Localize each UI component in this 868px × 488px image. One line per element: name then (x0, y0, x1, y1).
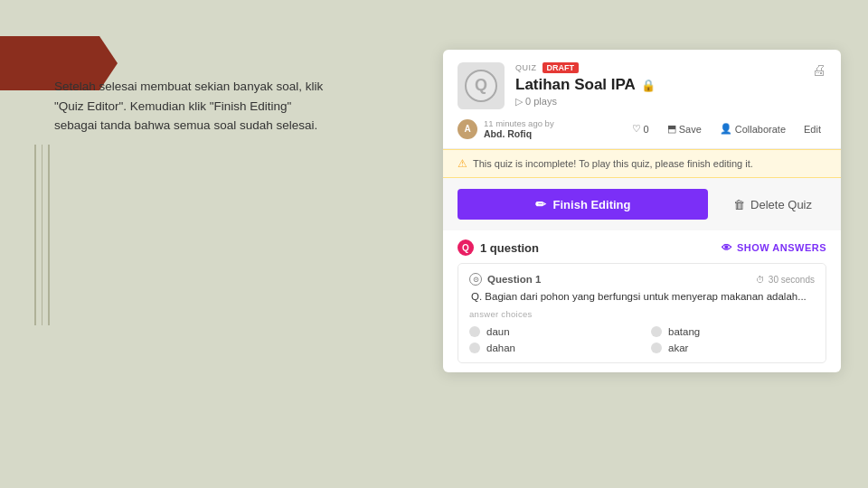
questions-section: Q 1 question 👁 SHOW ANSWERS ⊙ Question 1… (443, 230, 841, 372)
time-ago: 11 minutes ago by (484, 118, 554, 128)
save-button[interactable]: ⬒ Save (662, 120, 707, 137)
heart-button[interactable]: ♡ 0 (627, 120, 655, 137)
quiz-title: Latihan Soal IPA 🔒 (515, 76, 801, 94)
clock-icon: ⏱ (756, 275, 765, 285)
choice-dot (651, 343, 662, 353)
plays-count: ▷ 0 plays (515, 96, 801, 108)
decorative-lines (34, 145, 50, 325)
warning-text: This quiz is incomplete! To play this qu… (473, 158, 753, 169)
quiz-panel: Q QUIZ DRAFT Latihan Soal IPA 🔒 ▷ 0 play… (443, 50, 841, 372)
action-row: ✏ Finish Editing 🗑 Delete Quiz (443, 178, 841, 230)
action-buttons: ♡ 0 ⬒ Save 👤 Collaborate Edit (627, 120, 826, 137)
author-avatar: A (458, 119, 477, 139)
author-row: A 11 minutes ago by Abd. Rofiq (458, 118, 554, 139)
svg-text:Q: Q (475, 76, 487, 94)
eye-icon: 👁 (722, 242, 732, 253)
panel-header: Q QUIZ DRAFT Latihan Soal IPA 🔒 ▷ 0 play… (443, 50, 841, 149)
quiz-label: QUIZ (515, 63, 537, 72)
quiz-info: QUIZ DRAFT Latihan Soal IPA 🔒 ▷ 0 plays (515, 62, 801, 108)
author-name: Abd. Rofiq (484, 128, 554, 139)
choice-batang: batang (651, 326, 815, 337)
collaborate-button[interactable]: 👤 Collaborate (714, 120, 791, 137)
panel-meta-row: A 11 minutes ago by Abd. Rofiq ♡ 0 ⬒ Sav… (458, 118, 826, 139)
question-text: Q. Bagian dari pohon yang berfungsi untu… (469, 291, 815, 302)
choice-dahan: dahan (469, 343, 633, 353)
trash-icon: 🗑 (733, 198, 745, 211)
answer-choices-label: answer choices (469, 309, 815, 319)
quiz-thumbnail: Q (458, 62, 505, 109)
choice-akar: akar (651, 343, 815, 353)
question-icon: Q (458, 239, 474, 256)
question-title: ⊙ Question 1 (469, 273, 541, 286)
question-number-icon: ⊙ (469, 273, 482, 286)
choice-dot (469, 326, 480, 337)
draft-badge: DRAFT (542, 62, 580, 73)
save-icon: ⬒ (667, 123, 676, 135)
edit-pencil-icon: ✏ (535, 197, 546, 211)
heart-icon: ♡ (632, 123, 641, 135)
lock-icon: 🔒 (641, 79, 656, 92)
choice-dot (651, 326, 662, 337)
time-info: ⏱ 30 seconds (756, 275, 815, 285)
questions-count: Q 1 question (458, 239, 539, 256)
instruction-text: Setelah selesai membuat sekian banyak so… (54, 77, 335, 136)
finish-editing-button[interactable]: ✏ Finish Editing (458, 189, 708, 220)
choice-dot (469, 343, 480, 353)
question-card: ⊙ Question 1 ⏱ 30 seconds Q. Bagian dari… (458, 263, 826, 363)
questions-header: Q 1 question 👁 SHOW ANSWERS (458, 239, 826, 256)
collaborate-icon: 👤 (720, 123, 732, 135)
delete-quiz-button[interactable]: 🗑 Delete Quiz (719, 190, 826, 220)
question-title-row: ⊙ Question 1 ⏱ 30 seconds (469, 273, 815, 286)
choices-grid: daun batang dahan akar (469, 326, 815, 353)
warning-icon: ⚠ (458, 157, 467, 170)
show-answers-button[interactable]: 👁 SHOW ANSWERS (722, 242, 826, 253)
edit-button[interactable]: Edit (798, 121, 826, 137)
choice-daun: daun (469, 326, 633, 337)
print-icon[interactable]: 🖨 (812, 62, 826, 79)
warning-bar: ⚠ This quiz is incomplete! To play this … (443, 149, 841, 178)
